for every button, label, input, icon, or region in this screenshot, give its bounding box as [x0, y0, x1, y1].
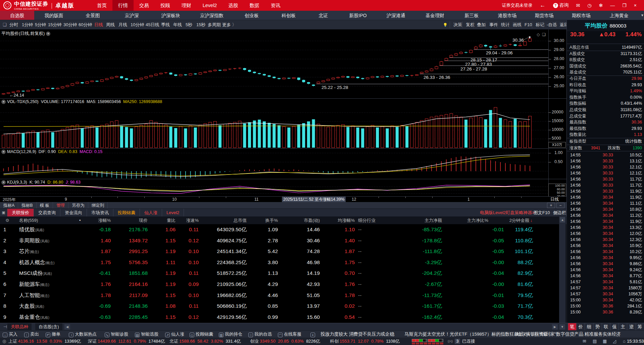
indtab-另存为[interactable]: 另存为 — [68, 202, 88, 208]
mail-icon[interactable]: ✉ — [576, 3, 580, 8]
index-北证[interactable]: 北证1588.66 58.42 3.82% 331.4亿 — [169, 338, 241, 345]
indtab-绑定到[interactable]: 绑定到 — [88, 202, 108, 208]
table-row-芯片[interactable]: 3芯片(概念)1.872991.251.190.10245141.34亿5.42… — [0, 246, 566, 257]
table-scrollbar[interactable]: ▲ — [559, 216, 566, 323]
level2-ad-link[interactable]: 电脑版Level2盯盘策略神器> — [480, 209, 535, 216]
side-tab-值[interactable]: 值 — [610, 323, 618, 331]
tf-10分钟[interactable]: 10分钟 — [131, 20, 144, 30]
market-tab-全景图[interactable]: 全景图 — [73, 11, 112, 20]
col-2分钟金额[interactable]: 2分钟金额 — [479, 216, 529, 224]
market-tab-京沪深指数[interactable]: 京沪深指数 — [190, 11, 233, 20]
market-tab-科创板[interactable]: 科创板 — [270, 11, 307, 20]
market-tab-沪深板块[interactable]: 沪深板块 — [151, 11, 190, 20]
index-上证[interactable]: 上证4136.16 13.58 0.33% 13369亿 — [8, 338, 81, 345]
toolbar-add-button[interactable]: + — [310, 331, 316, 338]
tf-月线[interactable]: 月线 — [118, 20, 127, 30]
tf-多周期[interactable]: 多周期 — [208, 20, 221, 30]
paneltab-关联报价[interactable]: 关联报价 — [7, 209, 34, 216]
status-icon-0[interactable]: ✉ — [583, 338, 586, 345]
tab-f10[interactable]: 图文F10 — [534, 209, 550, 216]
market-tab-我的版面[interactable]: 我的版面 — [34, 11, 73, 20]
market-tab-沪深港通[interactable]: 沪深港通 — [377, 11, 415, 20]
table-row-非周期股[interactable]: 2非周期股(风格)1.401349.721.150.12409624.75亿2.… — [0, 235, 566, 246]
indtab-模 板[interactable]: 模 板 — [37, 202, 53, 208]
minimize-button[interactable]: — — [610, 3, 615, 8]
candlestick-chart[interactable]: 25.22 - 25.2826.33 - 26.3627.26 - 27.282… — [0, 30, 566, 98]
menu-首页[interactable]: 首页 — [91, 0, 112, 11]
tf-5分钟[interactable]: 5分钟 — [35, 20, 46, 30]
col-主力净额[interactable]: 主力净额 — [392, 216, 442, 224]
tool-统计[interactable]: 统计 — [497, 21, 510, 28]
table-row-基金重仓[interactable]: 9基金重仓(风格)-0.632285.451.150.12429129.56亿0… — [0, 312, 566, 323]
col-涨速%[interactable]: 涨速% — [148, 216, 199, 224]
table-row-MSCI成份[interactable]: 5MSCI成份(风格)-0.411851.681.190.11518572.25… — [0, 268, 566, 279]
index-创业[interactable]: 创业3349.50 20.85 0.63% 8226亿 — [250, 338, 320, 345]
tf-15秒[interactable]: 15秒 — [196, 20, 205, 30]
side-tab-笔[interactable]: 笔 — [568, 323, 576, 331]
tool-事件[interactable]: 事件 — [486, 21, 498, 28]
market-tab-京沪深[interactable]: 京沪深 — [112, 11, 151, 20]
toolbtn-仙人涨[interactable]: ↗仙人涨 — [165, 331, 184, 338]
status-icon-4[interactable]: ⌂ — [623, 338, 626, 345]
paneltab-市场资讯[interactable]: 市场资讯 — [87, 209, 113, 216]
toolbtn-卖出[interactable]: ↑卖出 — [24, 331, 39, 338]
kdj-chart[interactable] — [0, 179, 566, 196]
status-icon-2[interactable]: ▦ — [603, 338, 607, 345]
indtab-管理[interactable]: 管理 — [53, 202, 68, 208]
tool-决策[interactable]: 决策 — [450, 21, 462, 28]
tf-60分钟[interactable]: 60分钟 — [79, 20, 92, 30]
table-settings-icon[interactable]: ⚙ — [5, 216, 9, 224]
volume-chart[interactable] — [0, 98, 566, 148]
table-row-人工智能[interactable]: 7人工智能(概念)1.782117.091.150.10196682.05亿4.… — [0, 290, 566, 301]
toolbtn-大数据热点[interactable]: ◔大数据热点 — [69, 331, 97, 338]
chart-layout-icon[interactable]: ❏ — [3, 20, 7, 30]
menu-交易[interactable]: 交易 — [134, 0, 155, 11]
tf-季线[interactable]: 季线 — [161, 20, 170, 30]
table-row-大盘股[interactable]: 8大盘股(风格)-0.692148.361.080.11506860.19亿0.… — [0, 301, 566, 312]
tool-叠加[interactable]: 叠加 — [473, 21, 486, 28]
menu-投顾[interactable]: 投顾 — [155, 0, 176, 11]
tf-周线[interactable]: 周线 — [106, 20, 115, 30]
toolbtn-我的自选[interactable]: ☆我的自选 — [248, 331, 272, 338]
restore-button[interactable]: ❐ — [622, 3, 627, 8]
close-button[interactable]: × — [634, 3, 637, 8]
tf-45日线[interactable]: 45日线 — [146, 20, 159, 30]
col-细分行业[interactable]: 细分行业 — [358, 216, 376, 224]
tab-related[interactable]: 关联品种 — [7, 323, 32, 331]
market-tab-上海黄金[interactable]: 上海黄金 — [600, 11, 639, 20]
tf-1分钟[interactable]: 1分钟 — [22, 20, 33, 30]
toolbtn-投顾锦囊[interactable]: ◇投顾锦囊 — [190, 331, 213, 338]
index-深证[interactable]: 深证14439.66 112.61 0.79% 17484亿 — [88, 338, 165, 345]
tab-watchlist[interactable]: 自选股(含) — [35, 323, 62, 331]
toolbtn-智能选股[interactable]: ▤智能选股 — [135, 331, 158, 338]
table-row-新能源车[interactable]: 6新能源车(概念)1.762164.161.190.09210925.06亿4.… — [0, 279, 566, 290]
news-ticker-item[interactable]: 投放力度较大 消费贷不良压力或企稳 — [320, 331, 394, 338]
market-tab-自选股[interactable]: 自选股 — [0, 11, 34, 20]
chart-region[interactable]: 平均股价(日线,前复权)▾ 25.22 - 25.2826.33 - 26.36… — [0, 30, 566, 202]
panel-icon[interactable]: ▣ — [0, 209, 7, 216]
zoom-out-button[interactable]: − — [556, 203, 564, 208]
tf-更多 〉[interactable]: 更多 〉 — [222, 20, 237, 30]
menu-行情[interactable]: 行情 — [112, 0, 134, 11]
toolbtn-我的持仓[interactable]: ▥我的持仓 — [219, 331, 242, 338]
tf-30分钟[interactable]: 30分钟 — [63, 20, 77, 30]
toolbtn-买入[interactable]: ↓买入 — [3, 331, 17, 338]
tf-分时[interactable]: 分时 — [9, 20, 18, 30]
clock-icon[interactable]: ◷ — [587, 3, 591, 8]
tool-画线[interactable]: 画线 — [509, 21, 522, 28]
tf-年线[interactable]: 年线 — [173, 20, 182, 30]
settings-gear-icon[interactable]: ✻ — [599, 3, 603, 8]
tf-5秒[interactable]: 5秒 — [186, 20, 192, 30]
market-tab-期权市场[interactable]: 期权市场 — [563, 11, 600, 20]
market-tab-北证[interactable]: 北证 — [307, 11, 339, 20]
market-tab-基金理财[interactable]: 基金理财 — [415, 11, 454, 20]
tf-15分钟[interactable]: 15分钟 — [48, 20, 61, 30]
side-tab-筹[interactable]: 筹 — [636, 323, 644, 331]
tf-日线[interactable]: 日线 — [94, 20, 103, 30]
news-ticker-item[interactable]: 哈尔滨银行“钱到家”数字信贷产品 精准服务实体经济 — [517, 331, 621, 338]
tool-F10[interactable]: F10 — [521, 21, 532, 28]
market-tab-创业板[interactable]: 创业板 — [233, 11, 270, 20]
tab-sidebar[interactable]: 侧边栏 — [553, 209, 566, 216]
menu-选股[interactable]: 选股 — [222, 0, 244, 11]
market-tab-港股市场[interactable]: 港股市场 — [489, 11, 526, 20]
